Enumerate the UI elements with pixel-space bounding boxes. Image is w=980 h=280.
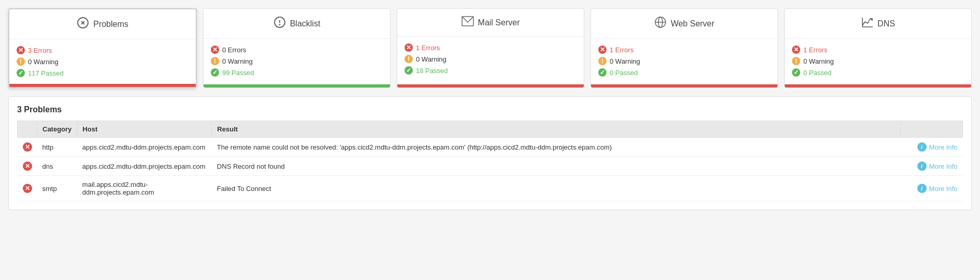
error-icon-web-server: ✕ [598, 46, 607, 54]
exclaim-circle-icon [273, 16, 286, 31]
card-footer-web-server [591, 84, 777, 87]
card-mail-server[interactable]: Mail Server ✕ 1 Errors ! 0 Warning ✓ 18 … [397, 8, 584, 88]
warning-icon-problems: ! [17, 57, 25, 66]
row-host-1: apps.cicd2.mdtu-ddm.projects.epam.com [77, 138, 212, 157]
row-error-icon-3: ✕ [18, 176, 37, 201]
errors-value-blacklist: 0 Errors [222, 46, 246, 54]
errors-value-web-server: 1 Errors [610, 46, 633, 54]
errors-row-web-server: ✕ 1 Errors [598, 44, 770, 55]
info-icon-1: i [917, 142, 927, 152]
passed-row-dns: ✓ 0 Passed [792, 67, 964, 78]
card-problems[interactable]: Problems ✕ 3 Errors ! 0 Warning ✓ 117 Pa… [8, 8, 197, 88]
col-category-header: Category [37, 121, 77, 138]
card-body-web-server: ✕ 1 Errors ! 0 Warning ✓ 0 Passed [591, 39, 777, 84]
card-title-blacklist: Blacklist [290, 19, 321, 28]
col-host-header: Host [77, 121, 212, 138]
card-body-problems: ✕ 3 Errors ! 0 Warning ✓ 117 Passed [9, 39, 196, 84]
row-action-1: i More Info [901, 138, 963, 157]
problems-table: Category Host Result ✕ http apps.cicd2.m… [17, 121, 963, 201]
table-row: ✕ http apps.cicd2.mdtu-ddm.projects.epam… [18, 138, 963, 157]
col-icon-header [18, 121, 37, 138]
more-info-button-3[interactable]: i More Info [917, 184, 958, 193]
row-action-2: i More Info [901, 157, 963, 176]
passed-icon-mail-server: ✓ [405, 66, 413, 75]
warning-icon-mail-server: ! [405, 55, 413, 63]
col-action-header [901, 121, 963, 138]
error-icon-blacklist: ✕ [211, 46, 219, 54]
row-category-3: smtp [37, 176, 77, 201]
warnings-value-dns: 0 Warning [803, 57, 834, 65]
row-category-2: dns [37, 157, 77, 176]
warnings-value-mail-server: 0 Warning [416, 55, 446, 63]
svg-point-5 [279, 24, 280, 25]
card-blacklist[interactable]: Blacklist ✕ 0 Errors ! 0 Warning ✓ 99 Pa… [203, 8, 391, 88]
passed-row-blacklist: ✓ 99 Passed [211, 67, 383, 78]
error-icon-problems: ✕ [17, 46, 25, 54]
card-footer-problems [9, 84, 196, 87]
errors-row-problems: ✕ 3 Errors [17, 45, 189, 56]
warnings-row-mail-server: ! 0 Warning [405, 53, 577, 65]
row-error-icon-2: ✕ [18, 157, 37, 176]
card-header-problems: Problems [9, 9, 196, 39]
card-header-blacklist: Blacklist [204, 9, 390, 39]
warnings-value-blacklist: 0 Warning [222, 57, 253, 65]
errors-row-mail-server: ✕ 1 Errors [405, 42, 577, 53]
passed-value-problems: 117 Passed [28, 69, 64, 77]
chart-icon [861, 16, 873, 31]
card-web-server[interactable]: Web Server ✕ 1 Errors ! 0 Warning ✓ 0 Pa… [590, 8, 778, 88]
passed-value-blacklist: 99 Passed [222, 69, 254, 77]
more-info-label-2: More Info [929, 163, 958, 170]
warnings-value-problems: 0 Warning [28, 58, 59, 66]
row-error-icon-1: ✕ [18, 138, 37, 157]
passed-icon-web-server: ✓ [598, 68, 607, 77]
card-title-web-server: Web Server [671, 19, 714, 28]
problems-title: 3 Problems [17, 105, 963, 114]
card-title-mail-server: Mail Server [478, 18, 520, 27]
card-footer-mail-server [397, 84, 584, 87]
card-body-mail-server: ✕ 1 Errors ! 0 Warning ✓ 18 Passed [397, 37, 584, 84]
info-icon-2: i [917, 161, 927, 171]
problems-section: 3 Problems Category Host Result ✕ http a… [8, 96, 972, 210]
passed-row-problems: ✓ 117 Passed [17, 67, 189, 79]
row-result-2: DNS Record not found [212, 157, 901, 176]
row-category-1: http [37, 138, 77, 157]
errors-value-mail-server: 1 Errors [416, 44, 440, 52]
errors-value-problems: 3 Errors [28, 47, 52, 54]
card-footer-dns [785, 84, 971, 87]
row-result-3: Failed To Connect [212, 176, 901, 201]
row-host-2: apps.cicd2.mdtu-ddm.projects.epam.com [77, 157, 212, 176]
col-result-header: Result [212, 121, 901, 138]
more-info-button-1[interactable]: i More Info [917, 142, 958, 152]
warning-icon-blacklist: ! [211, 57, 219, 65]
warnings-row-blacklist: ! 0 Warning [211, 55, 383, 67]
envelope-icon [462, 16, 474, 29]
table-row: ✕ dns apps.cicd2.mdtu-ddm.projects.epam.… [18, 157, 963, 176]
warnings-row-problems: ! 0 Warning [17, 56, 189, 67]
row-result-1: The remote name could not be resolved: '… [212, 138, 901, 157]
error-icon-mail-server: ✕ [405, 43, 413, 52]
row-action-3: i More Info [901, 176, 963, 201]
error-dot-1: ✕ [23, 142, 32, 152]
warnings-row-dns: ! 0 Warning [792, 55, 964, 67]
passed-row-web-server: ✓ 0 Passed [598, 67, 770, 78]
row-host-3: mail.apps.cicd2.mdtu-ddm.projects.epam.c… [77, 176, 212, 201]
more-info-button-2[interactable]: i More Info [917, 161, 958, 171]
card-header-web-server: Web Server [591, 9, 777, 39]
table-header-row: Category Host Result [18, 121, 963, 138]
card-footer-blacklist [204, 84, 390, 87]
passed-value-web-server: 0 Passed [610, 69, 638, 77]
table-row: ✕ smtp mail.apps.cicd2.mdtu-ddm.projects… [18, 176, 963, 201]
card-body-dns: ✕ 1 Errors ! 0 Warning ✓ 0 Passed [785, 39, 971, 84]
error-dot-2: ✕ [23, 161, 32, 171]
warning-icon-web-server: ! [598, 57, 607, 65]
card-title-dns: DNS [877, 19, 895, 28]
warning-icon-dns: ! [792, 57, 800, 65]
error-dot-3: ✕ [23, 184, 32, 193]
errors-value-dns: 1 Errors [803, 46, 827, 54]
error-icon-dns: ✕ [792, 46, 800, 54]
info-icon-3: i [917, 184, 927, 193]
card-header-dns: DNS [785, 9, 971, 39]
x-circle-icon [77, 17, 89, 32]
card-dns[interactable]: DNS ✕ 1 Errors ! 0 Warning ✓ 0 Passed [784, 8, 972, 88]
cards-section: Problems ✕ 3 Errors ! 0 Warning ✓ 117 Pa… [0, 0, 980, 96]
